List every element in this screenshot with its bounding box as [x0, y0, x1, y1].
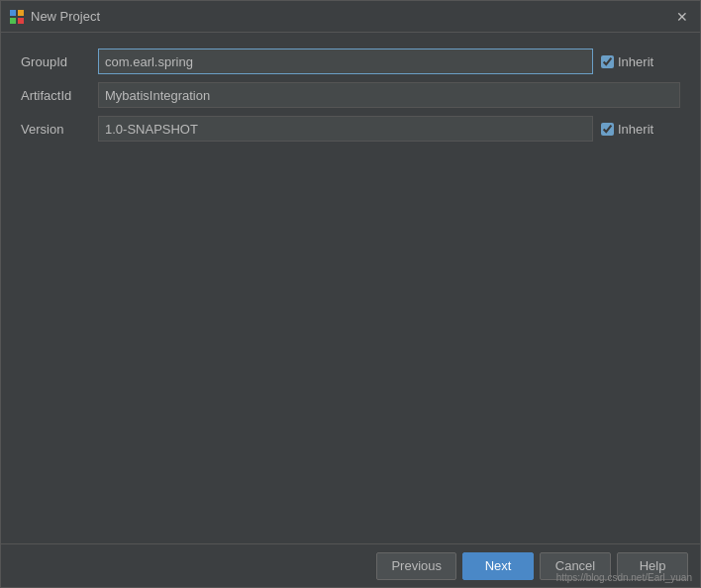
dialog-title: New Project [31, 9, 672, 24]
bottom-bar: Previous Next Cancel Help [1, 543, 700, 587]
groupid-label: GroupId [21, 54, 90, 69]
svg-rect-2 [10, 18, 16, 24]
version-label: Version [21, 122, 90, 137]
artifactid-input[interactable] [98, 82, 680, 108]
previous-button[interactable]: Previous [376, 552, 456, 580]
close-button[interactable]: ✕ [672, 7, 692, 27]
version-inherit-label[interactable]: Inherit [618, 122, 653, 137]
help-button[interactable]: Help [617, 552, 688, 580]
groupid-inherit-checkbox[interactable] [601, 55, 614, 68]
version-inherit-checkbox[interactable] [601, 123, 614, 136]
svg-rect-1 [18, 10, 24, 16]
artifactid-row: ArtifactId [21, 82, 680, 108]
groupid-inherit-container: Inherit [601, 54, 680, 69]
version-input[interactable] [98, 116, 593, 142]
app-icon [9, 9, 25, 25]
groupid-inherit-label[interactable]: Inherit [618, 54, 653, 69]
artifactid-label: ArtifactId [21, 88, 90, 103]
svg-rect-3 [18, 18, 24, 24]
next-button[interactable]: Next [462, 552, 534, 580]
version-inherit-container: Inherit [601, 122, 680, 137]
groupid-input[interactable] [98, 49, 593, 74]
version-row: Version Inherit [21, 116, 680, 142]
groupid-row: GroupId Inherit [21, 49, 680, 74]
dialog: New Project ✕ GroupId Inherit ArtifactId [0, 0, 701, 588]
svg-rect-0 [10, 10, 16, 16]
cancel-button[interactable]: Cancel [540, 552, 611, 580]
title-bar: New Project ✕ [1, 1, 700, 33]
dialog-content: GroupId Inherit ArtifactId Version Inher… [1, 33, 700, 543]
form-area: GroupId Inherit ArtifactId Version Inher… [21, 49, 680, 142]
